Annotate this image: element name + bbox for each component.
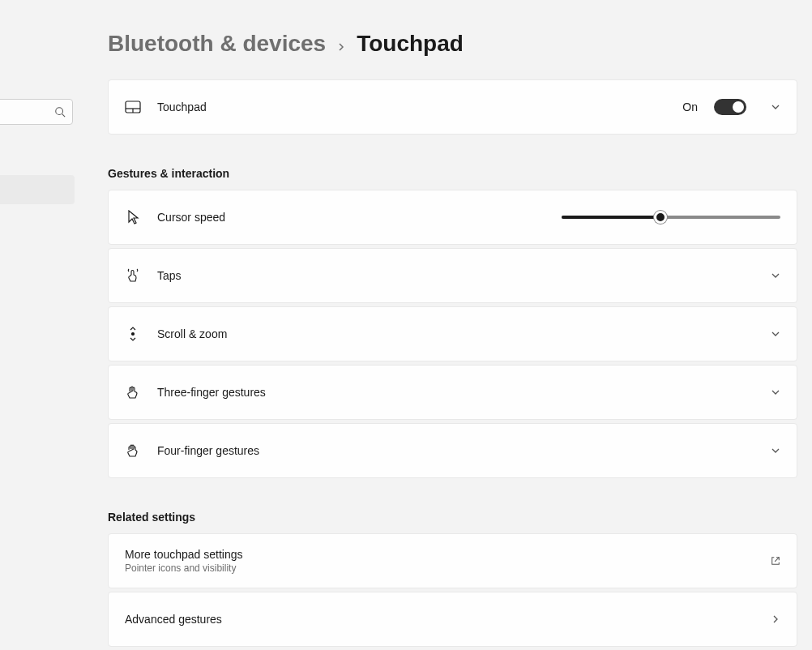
- more-touchpad-label: More touchpad settings Pointer icons and…: [125, 548, 746, 574]
- chevron-down-icon: [771, 446, 780, 455]
- svg-line-1: [62, 114, 66, 118]
- cursor-speed-label: Cursor speed: [157, 211, 545, 224]
- more-touchpad-settings-card[interactable]: More touchpad settings Pointer icons and…: [108, 533, 797, 588]
- chevron-down-icon: [771, 387, 780, 397]
- section-title-gestures: Gestures & interaction: [108, 167, 797, 180]
- tap-icon: [125, 267, 141, 284]
- touchpad-label: Touchpad: [157, 100, 666, 113]
- advanced-gestures-label: Advanced gestures: [125, 613, 746, 626]
- three-finger-card[interactable]: Three-finger gestures: [108, 365, 797, 420]
- three-finger-label: Three-finger gestures: [157, 386, 746, 399]
- search-icon: [54, 106, 66, 118]
- svg-point-0: [56, 108, 63, 115]
- open-external-icon: [771, 556, 780, 566]
- scroll-zoom-label: Scroll & zoom: [157, 327, 746, 340]
- touchpad-toggle-card[interactable]: Touchpad On: [108, 79, 797, 135]
- cursor-speed-slider[interactable]: [562, 216, 780, 219]
- main-content: Bluetooth & devices Touchpad Touchpad On…: [0, 0, 812, 650]
- breadcrumb-parent[interactable]: Bluetooth & devices: [108, 31, 326, 57]
- touchpad-toggle[interactable]: [714, 99, 746, 115]
- chevron-down-icon: [771, 329, 780, 339]
- scroll-icon: [125, 326, 141, 342]
- advanced-gestures-card[interactable]: Advanced gestures: [108, 592, 797, 647]
- section-title-related: Related settings: [108, 511, 797, 524]
- chevron-down-icon: [771, 271, 780, 280]
- chevron-right-icon: [771, 614, 780, 624]
- hand-four-icon: [125, 443, 141, 459]
- touchpad-icon: [125, 99, 141, 115]
- cursor-icon: [125, 209, 141, 225]
- page-title: Touchpad: [357, 31, 464, 57]
- hand-three-icon: [125, 384, 141, 400]
- four-finger-card[interactable]: Four-finger gestures: [108, 423, 797, 478]
- chevron-down-icon[interactable]: [771, 102, 780, 112]
- cursor-speed-card: Cursor speed: [108, 190, 797, 245]
- taps-label: Taps: [157, 269, 746, 282]
- search-input[interactable]: [0, 99, 73, 125]
- four-finger-label: Four-finger gestures: [157, 444, 746, 457]
- chevron-right-icon: [337, 40, 345, 48]
- sidebar-item-selected[interactable]: [0, 175, 75, 204]
- taps-card[interactable]: Taps: [108, 248, 797, 303]
- toggle-state-label: On: [682, 100, 698, 113]
- scroll-zoom-card[interactable]: Scroll & zoom: [108, 306, 797, 361]
- breadcrumb: Bluetooth & devices Touchpad: [108, 31, 797, 57]
- svg-point-5: [132, 333, 135, 336]
